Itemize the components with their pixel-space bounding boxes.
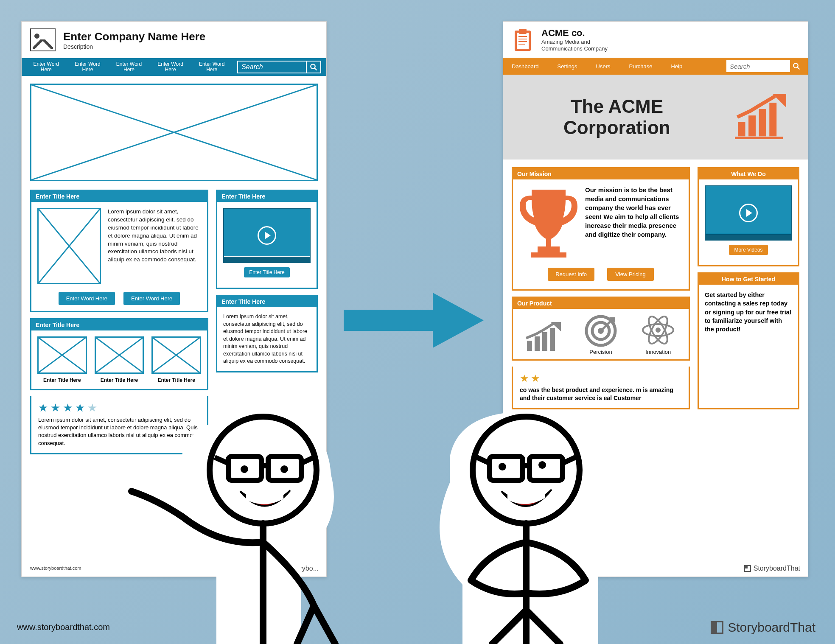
svg-rect-28 — [542, 332, 547, 351]
video-card: Enter Title Here Enter Title Here — [216, 190, 318, 289]
svg-rect-21 — [738, 122, 745, 137]
nav-item[interactable]: Enter Word Here — [154, 62, 187, 73]
svg-point-19 — [793, 63, 798, 68]
star-icon: ★ — [87, 401, 97, 414]
thumbnails-card: Enter Title Here Enter Title Here Enter … — [30, 318, 208, 390]
svg-line-1 — [314, 68, 317, 70]
page-brand: StoryboardThat — [711, 620, 815, 635]
r-body: Our Mission Our mission is to be the bes… — [503, 160, 808, 417]
nav-settings[interactable]: Settings — [558, 63, 577, 70]
svg-point-49 — [280, 465, 288, 473]
nav-users[interactable]: Users — [596, 63, 611, 70]
more-videos-button[interactable]: More Videos — [729, 245, 768, 255]
product-card: Our Product Percision Innovation — [512, 297, 690, 361]
prod-label: Innovation — [645, 349, 671, 355]
video-placeholder[interactable] — [223, 208, 311, 263]
mission-text: Our mission is to be the best media and … — [585, 185, 683, 239]
wf-body: Enter Title Here Lorem ipsum dolor sit a… — [22, 76, 326, 462]
card-header: Our Mission — [513, 168, 689, 179]
search-icon[interactable] — [306, 62, 320, 73]
company-name: Enter Company Name Here — [63, 30, 205, 43]
star-icon: ★ — [75, 401, 85, 414]
card-header: What We Do — [699, 168, 798, 179]
svg-line-42 — [314, 606, 335, 644]
search-input[interactable] — [238, 62, 306, 73]
card-header: Enter Title Here — [217, 296, 317, 307]
thumbnail-placeholder — [151, 336, 201, 374]
nav-item[interactable]: Enter Word Here — [30, 62, 62, 73]
svg-rect-26 — [527, 341, 532, 351]
video-card: What We Do More Videos — [698, 167, 799, 266]
thumb-label: Enter Title Here — [101, 377, 138, 383]
play-icon — [258, 226, 276, 245]
star-icon: ★ — [50, 401, 60, 414]
mission-card: Enter Title Here Lorem ipsum dolor sit a… — [30, 190, 208, 312]
company-name: ACME co. — [541, 28, 626, 39]
wf-nav: Enter Word Here Enter Word Here Enter Wo… — [22, 58, 326, 76]
svg-rect-27 — [535, 336, 540, 351]
nav-purchase[interactable]: Purchase — [629, 63, 653, 70]
prod-label: Percision — [589, 349, 612, 355]
nav-dashboard[interactable]: Dashboard — [512, 63, 539, 70]
svg-point-57 — [499, 463, 506, 470]
nav-item[interactable]: Enter Word Here — [72, 62, 104, 73]
svg-rect-13 — [517, 33, 529, 49]
search-box[interactable] — [237, 61, 321, 73]
company-desc: Description — [63, 43, 205, 50]
howto-card: How to Get Started Get started by either… — [698, 272, 799, 409]
request-info-button[interactable]: Request Info — [548, 268, 594, 281]
svg-rect-22 — [748, 115, 756, 136]
thumbnail-placeholder — [37, 336, 87, 374]
body-text: Lorem ipsum dolor sit amet, consectetur … — [217, 307, 317, 371]
card-header: Enter Title Here — [31, 191, 207, 202]
logo-icon — [711, 621, 723, 634]
nav-item[interactable]: Enter Word Here — [113, 62, 145, 73]
svg-point-0 — [311, 64, 315, 69]
logo-icon — [744, 565, 751, 572]
svg-rect-23 — [759, 109, 766, 136]
search-box[interactable] — [726, 60, 803, 72]
wf-title-block: Enter Company Name Here Description — [63, 30, 205, 50]
svg-rect-38 — [344, 310, 437, 331]
svg-rect-29 — [550, 328, 555, 351]
view-pricing-button[interactable]: View Pricing — [607, 268, 654, 281]
footer-url: www.storyboardthat.com — [30, 566, 81, 571]
growth-icon — [525, 322, 562, 353]
star-rating: ★ ★ — [513, 367, 689, 386]
stick-figure-listener — [399, 406, 653, 644]
cta-button[interactable]: Enter Word Here — [59, 292, 115, 305]
hero-placeholder — [30, 84, 318, 181]
howto-text: Get started by either contacting a sales… — [699, 285, 798, 339]
search-icon[interactable] — [790, 60, 803, 72]
nav-help[interactable]: Help — [671, 63, 682, 70]
svg-rect-14 — [519, 29, 527, 34]
image-placeholder — [37, 208, 101, 284]
footer-brand: StoryboardThat — [744, 565, 800, 572]
thumb-label: Enter Title Here — [43, 377, 81, 383]
atom-icon — [641, 313, 675, 347]
star-icon: ★ — [63, 401, 73, 414]
nav-item[interactable]: Enter Word Here — [196, 62, 228, 73]
video-button[interactable]: Enter Title Here — [244, 267, 289, 277]
card-header: Our Product — [513, 298, 689, 309]
video-placeholder[interactable] — [705, 185, 792, 241]
image-placeholder-icon — [30, 28, 56, 51]
star-icon: ★ — [520, 372, 529, 384]
hero-title: The ACME Corporation — [520, 96, 714, 139]
trophy-icon — [519, 185, 578, 258]
play-icon — [739, 204, 758, 222]
review-card: ★ ★ co was the best product and experien… — [512, 367, 690, 409]
svg-rect-24 — [769, 103, 776, 136]
search-input[interactable] — [726, 63, 790, 70]
r-nav: Dashboard Settings Users Purchase Help — [503, 58, 808, 75]
r-header: ACME co. Amazing Media and Communication… — [503, 22, 808, 58]
page-url: www.storyboardthat.com — [17, 622, 110, 632]
target-icon — [585, 315, 617, 347]
hero-banner: The ACME Corporation — [503, 75, 808, 160]
svg-point-48 — [241, 465, 248, 473]
text-card: Enter Title Here Lorem ipsum dolor sit a… — [216, 295, 318, 372]
star-icon: ★ — [38, 401, 48, 414]
cta-button[interactable]: Enter Word Here — [123, 292, 180, 305]
star-icon: ★ — [531, 372, 540, 384]
clipboard-icon — [512, 28, 534, 52]
